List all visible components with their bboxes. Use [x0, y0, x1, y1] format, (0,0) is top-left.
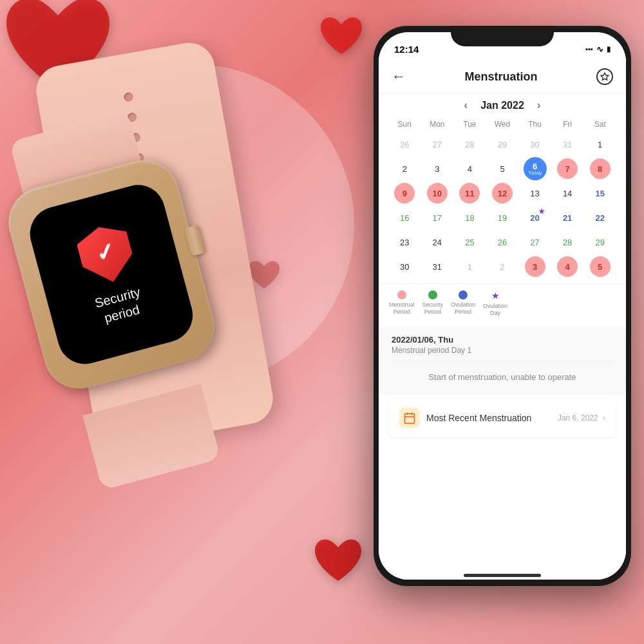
phone-notch [451, 26, 554, 46]
star-icon: ★ [491, 290, 500, 301]
cal-day-4[interactable]: 4 [454, 157, 486, 180]
info-message: Start of menstruation, unable to operate [392, 361, 613, 387]
back-button[interactable]: ← [392, 68, 406, 85]
legend-label-security: SecurityPeriod [422, 301, 444, 316]
cal-day-13[interactable]: 13 [519, 182, 551, 205]
cal-day-2-feb[interactable]: 2 [487, 255, 518, 278]
legend-ovulation-day: ★ OvulationDay [483, 290, 507, 317]
legend-ovulation-period: OvulationPeriod [451, 290, 475, 317]
cal-day-14[interactable]: 14 [552, 182, 583, 205]
cal-day-23[interactable]: 23 [389, 231, 421, 254]
app-header: ← Menstruation [379, 61, 626, 93]
cal-day-28[interactable]: 28 [552, 231, 583, 254]
cal-day-3[interactable]: 3 [422, 157, 453, 180]
cal-day-31-dec[interactable]: 31 [552, 133, 583, 156]
battery-icon: ▮ [607, 45, 611, 53]
card-calendar-icon [399, 408, 420, 428]
cal-day-16[interactable]: 16 [389, 206, 421, 229]
legend-security: SecurityPeriod [422, 290, 444, 317]
legend-dot-ovulation-period [459, 290, 468, 299]
cal-day-19[interactable]: 19 [487, 206, 518, 229]
cal-day-25[interactable]: 25 [454, 231, 486, 254]
settings-button[interactable] [596, 68, 613, 85]
cal-header-sun: Sun [389, 117, 421, 131]
cal-day-8[interactable]: 8 [584, 157, 616, 180]
card-arrow-icon: › [603, 413, 605, 422]
cal-day-18[interactable]: 18 [454, 206, 486, 229]
band-hole [123, 91, 133, 102]
home-indicator[interactable] [464, 574, 541, 577]
cal-day-31[interactable]: 31 [422, 255, 453, 278]
cal-day-17[interactable]: 17 [422, 206, 453, 229]
cal-day-10[interactable]: 10 [422, 182, 453, 205]
cal-day-27[interactable]: 27 [422, 133, 453, 156]
cal-header-sat: Sat [584, 117, 616, 131]
wifi-icon: ∿ [596, 44, 603, 54]
cal-day-30[interactable]: 30 [389, 255, 421, 278]
card-left: Most Recent Menstruation [399, 408, 531, 428]
shield-icon: ✓ [74, 220, 138, 289]
cal-day-9[interactable]: 9 [389, 182, 421, 205]
cal-day-15[interactable]: 15 [584, 182, 616, 205]
cal-header-fri: Fri [552, 117, 583, 131]
month-nav: ‹ Jan 2022 › [389, 99, 616, 112]
cal-day-11[interactable]: 11 [454, 182, 486, 205]
watch-screen: ✓ Security period [24, 179, 198, 370]
legend-label-ovulation-day: OvulationDay [483, 303, 507, 317]
card-date-value: Jan 6, 2022 [558, 413, 598, 422]
legend-dot-menstrual [397, 290, 406, 299]
legend: MenstrualPeriod SecurityPeriod Ovulation… [379, 283, 626, 323]
phone-screen: 12:14 ▪▪▪ ∿ ▮ ← Menstruation [379, 32, 626, 580]
cal-day-29[interactable]: 29 [584, 231, 616, 254]
cal-day-20[interactable]: 20 ★ [519, 206, 551, 229]
cal-day-27-jan[interactable]: 27 [519, 231, 551, 254]
card-title: Most Recent Menstruation [426, 413, 531, 423]
app-title: Menstruation [464, 70, 537, 84]
next-month-button[interactable]: › [537, 99, 541, 112]
watch-crown [184, 225, 205, 256]
info-date: 2022/01/06, Thu [392, 335, 613, 345]
status-time: 12:14 [394, 44, 419, 55]
card-value: Jan 6, 2022 › [558, 413, 605, 422]
cal-day-28[interactable]: 28 [454, 133, 486, 156]
info-section: 2022/01/06, Thu Menstrual period Day 1 S… [379, 327, 626, 395]
month-label: Jan 2022 [480, 100, 524, 111]
prev-month-button[interactable]: ‹ [464, 99, 468, 112]
smartphone: 12:14 ▪▪▪ ∿ ▮ ← Menstruation [374, 26, 631, 586]
watch-band-bottom [82, 384, 221, 490]
cal-day-29[interactable]: 29 [487, 133, 518, 156]
cal-header-tue: Tue [454, 117, 486, 131]
svg-rect-1 [405, 413, 415, 423]
cal-day-22[interactable]: 22 [584, 206, 616, 229]
status-icons: ▪▪▪ ∿ ▮ [585, 44, 611, 54]
cal-day-5[interactable]: 5 [487, 157, 518, 180]
cal-day-30[interactable]: 30 [519, 133, 551, 156]
cal-header-thu: Thu [519, 117, 551, 131]
cal-header-mon: Mon [422, 117, 453, 131]
cal-day-2[interactable]: 2 [389, 157, 421, 180]
cal-day-1-feb[interactable]: 1 [454, 255, 486, 278]
cal-day-26-jan[interactable]: 26 [487, 231, 518, 254]
cal-header-wed: Wed [487, 117, 518, 131]
cal-day-1-jan[interactable]: 1 [584, 133, 616, 156]
cal-day-7[interactable]: 7 [552, 157, 583, 180]
info-subtitle: Menstrual period Day 1 [392, 346, 613, 355]
legend-label-ovulation-period: OvulationPeriod [451, 301, 475, 316]
menstruation-card[interactable]: Most Recent Menstruation Jan 6, 2022 › [389, 399, 616, 437]
cal-day-6-today[interactable]: 6 Today [519, 157, 551, 180]
watch-screen-content: ✓ Security period [74, 220, 149, 328]
shield-shape: ✓ [74, 220, 138, 289]
signal-icon: ▪▪▪ [585, 45, 593, 53]
calendar-section: ‹ Jan 2022 › Sun Mon Tue Wed Thu Fri Sat [379, 93, 626, 283]
cal-day-21[interactable]: 21 [552, 206, 583, 229]
cal-day-3-feb[interactable]: 3 [519, 255, 551, 278]
watch-label: Security period [93, 283, 146, 328]
cal-day-5-feb[interactable]: 5 [584, 255, 616, 278]
phone-body: 12:14 ▪▪▪ ∿ ▮ ← Menstruation [374, 26, 631, 586]
legend-label-menstrual: MenstrualPeriod [389, 301, 415, 316]
cal-day-24[interactable]: 24 [422, 231, 453, 254]
cal-day-4-feb[interactable]: 4 [552, 255, 583, 278]
checkmark-icon: ✓ [93, 237, 118, 268]
cal-day-26[interactable]: 26 [389, 133, 421, 156]
cal-day-12[interactable]: 12 [487, 182, 518, 205]
